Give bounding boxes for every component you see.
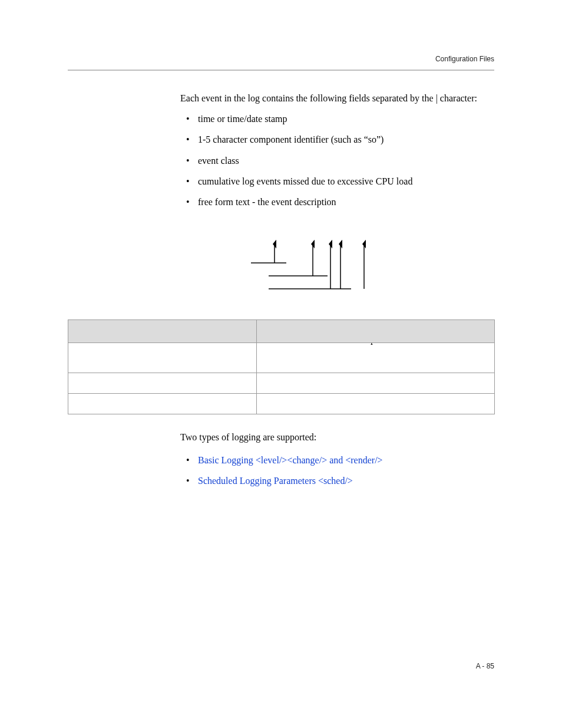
table-cell — [257, 373, 495, 394]
table-cell — [68, 373, 257, 394]
table-row — [68, 373, 495, 394]
timestamp-table — [68, 319, 494, 414]
cross-reference-link[interactable]: Basic Logging <level/><change/> and <ren… — [198, 455, 383, 465]
table-cell — [257, 343, 495, 373]
cross-reference-link[interactable]: Scheduled Logging Parameters <sched/> — [198, 476, 353, 486]
list-item: event class — [180, 154, 495, 167]
table-header-cell — [257, 320, 495, 343]
table-header-row — [68, 320, 495, 343]
table-header-cell — [68, 320, 257, 343]
page: Configuration Files Each event in the lo… — [0, 0, 562, 728]
running-header: Configuration Files — [435, 54, 494, 64]
table-cell — [257, 394, 495, 414]
intro-paragraph: Each event in the log contains the follo… — [180, 91, 495, 105]
table-row — [68, 343, 495, 373]
table-cell — [68, 394, 257, 414]
header-rule — [68, 70, 494, 71]
list-item: cumulative log events missed due to exce… — [180, 174, 495, 188]
after-table-column: Two types of logging are supported: Basi… — [180, 421, 495, 495]
list-item: Scheduled Logging Parameters <sched/> — [180, 474, 495, 487]
list-item: time or time/date stamp — [180, 112, 495, 126]
log-field-diagram — [216, 239, 369, 310]
logging-intro: Two types of logging are supported: — [180, 430, 495, 444]
table-row — [68, 394, 495, 414]
list-item: Basic Logging <level/><change/> and <ren… — [180, 453, 495, 467]
page-number: A - 85 — [476, 661, 494, 671]
body-column: Each event in the log contains the follo… — [180, 91, 495, 356]
logging-types-list: Basic Logging <level/><change/> and <ren… — [180, 453, 495, 487]
table-cell — [68, 343, 257, 373]
list-item: 1-5 character component identifier (such… — [180, 133, 495, 146]
field-list: time or time/date stamp 1-5 character co… — [180, 112, 495, 209]
list-item: free form text - the event description — [180, 195, 495, 209]
